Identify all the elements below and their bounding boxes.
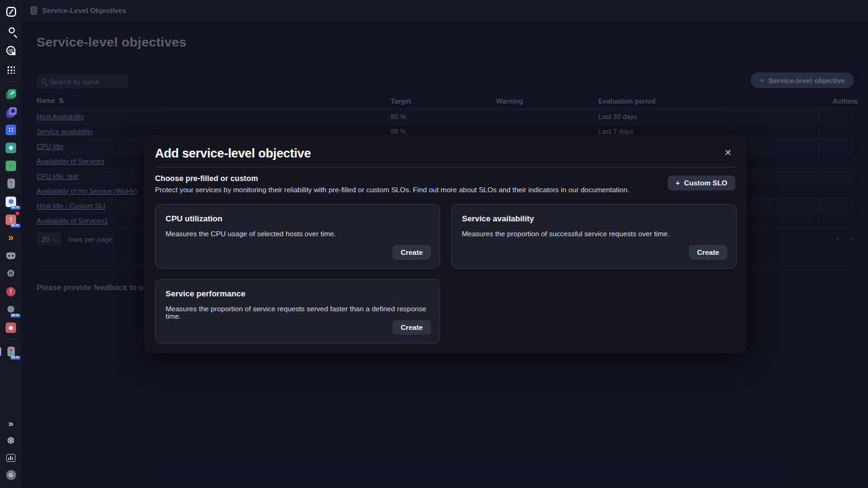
- section-title: Choose pre-filled or custom: [155, 174, 629, 183]
- card-title: Service performance: [166, 289, 430, 298]
- slo-name-link[interactable]: Service availability: [37, 128, 92, 135]
- add-slo-modal: Add service-level objective ✕ Choose pre…: [144, 135, 746, 353]
- create-button[interactable]: Create: [392, 320, 431, 335]
- workflows-icon[interactable]: »: [4, 231, 18, 244]
- divider: [155, 167, 735, 167]
- card-title: Service availability: [462, 214, 726, 223]
- beta-badge: BETA: [11, 224, 20, 228]
- notification-dot: [16, 211, 19, 215]
- page-title: Service-level objectives: [37, 35, 187, 50]
- card-description: Measures the CPU usage of selected hosts…: [166, 230, 430, 237]
- infrastructure-icon[interactable]: ❖: [4, 141, 18, 154]
- row-actions-kebab-icon[interactable]: ⋮: [778, 127, 854, 135]
- card-title: CPU utilization: [166, 214, 430, 223]
- row-actions-kebab-icon[interactable]: ⋮: [778, 112, 854, 120]
- create-button[interactable]: Create: [392, 245, 431, 260]
- session-replay-icon: ☻: [6, 322, 16, 333]
- beta-badge: BETA: [11, 356, 20, 360]
- previous-page-icon[interactable]: ‹: [836, 234, 839, 243]
- apps-grid-icon[interactable]: [4, 63, 18, 76]
- custom-slo-button[interactable]: + Custom SLO: [668, 175, 735, 190]
- target-value: 80 %: [391, 113, 496, 120]
- snowflake-app-icon[interactable]: ✻BETA: [4, 195, 18, 208]
- plus-icon: +: [676, 179, 680, 187]
- search-icon: [9, 27, 15, 33]
- search-input[interactable]: [50, 78, 118, 86]
- davis-assistant-icon[interactable]: [4, 249, 18, 262]
- slo-name-link[interactable]: CPU idle_test: [37, 172, 78, 180]
- kubernetes-icon[interactable]: ●: [4, 159, 18, 172]
- slo-name-link[interactable]: Availability of Services1: [37, 217, 108, 224]
- help-icon: ⊛: [7, 435, 15, 446]
- modal-section-text: Choose pre-filled or custom Protect your…: [155, 174, 629, 193]
- snowflake-app-icon: ✻: [6, 197, 16, 207]
- slo-name-link[interactable]: Availability of my Service (WoHe): [37, 187, 137, 195]
- slo-name-link[interactable]: Availability of Services: [37, 157, 104, 165]
- slo-app-icon: [30, 6, 37, 15]
- user-avatar: G: [6, 470, 16, 480]
- close-icon[interactable]: ✕: [720, 145, 735, 160]
- problems-icon[interactable]: !: [4, 285, 18, 298]
- problems-app-icon: !: [6, 215, 16, 225]
- davis-assistant-icon: [6, 252, 16, 259]
- add-slo-button[interactable]: + Service-level objective: [751, 73, 854, 88]
- beta-badge: BETA: [11, 314, 20, 318]
- rows-per-page-label: rows per page: [68, 236, 113, 243]
- user-avatar[interactable]: G: [4, 468, 18, 482]
- row-actions-kebab-icon[interactable]: ⋮: [778, 142, 854, 150]
- slo-template-card: CPU utilizationMeasures the CPU usage of…: [155, 204, 440, 268]
- apps-icon: ∷: [6, 125, 16, 135]
- account-icon[interactable]: @: [4, 43, 18, 57]
- apps-icon[interactable]: ∷: [4, 123, 18, 136]
- slo-template-card: Service availabilityMeasures the proport…: [451, 204, 737, 268]
- create-button[interactable]: Create: [689, 245, 727, 260]
- services-icon[interactable]: [4, 177, 18, 190]
- help-icon[interactable]: ⊛: [4, 433, 18, 447]
- search-icon[interactable]: [4, 24, 18, 38]
- apps-grid-icon: [7, 66, 15, 74]
- app-window: @ ↗∷❖●✻BETA!BETA»⚙!☸BETA☻ BETA »⊛G Servi…: [0, 0, 868, 488]
- expand-sidebar-icon[interactable]: »: [4, 416, 18, 430]
- row-actions-kebab-icon[interactable]: ⋮: [778, 172, 854, 180]
- rows-per-page-value: 20: [42, 236, 49, 243]
- slo-name-link[interactable]: Host Availability: [37, 113, 84, 120]
- settings-icon: ⚙: [7, 268, 15, 279]
- row-actions-kebab-icon[interactable]: ⋮: [778, 187, 854, 195]
- globe-settings-icon[interactable]: ☸BETA: [4, 303, 18, 316]
- slo-app-icon: [7, 347, 15, 357]
- dashboards-icon[interactable]: ↗: [4, 87, 18, 100]
- slo-app-icon[interactable]: BETA: [4, 345, 18, 358]
- account-icon: @: [6, 46, 16, 55]
- row-actions-kebab-icon[interactable]: ⋮: [778, 216, 854, 224]
- settings-icon[interactable]: ⚙: [4, 267, 18, 280]
- problems-icon: !: [6, 287, 16, 296]
- dynatrace-logo-icon[interactable]: [4, 5, 18, 19]
- app-header-title: Service-Level Objectives: [42, 7, 126, 14]
- column-header-target: Target: [391, 97, 496, 105]
- card-description: Measures the proportion of successful se…: [462, 230, 726, 237]
- rows-per-page-select[interactable]: 20 ⌄: [37, 233, 61, 246]
- custom-slo-button-label: Custom SLO: [684, 179, 727, 187]
- expand-sidebar-icon: »: [8, 418, 13, 428]
- slo-name-link[interactable]: Host Idle - Custom SLI: [37, 202, 105, 210]
- dashboards-icon: ↗: [8, 89, 16, 97]
- kubernetes-icon: ●: [6, 161, 16, 171]
- row-actions-kebab-icon[interactable]: ⋮: [778, 202, 854, 210]
- search-icon: [42, 79, 46, 84]
- divider: [37, 56, 854, 56]
- next-page-icon[interactable]: ›: [851, 234, 853, 243]
- session-replay-icon[interactable]: ☻: [4, 321, 18, 334]
- pagination: ‹ ›: [836, 234, 853, 243]
- table-row: Host Availability80 %Last 30 days⋮: [37, 109, 854, 124]
- infrastructure-icon: ❖: [6, 143, 16, 153]
- slo-name-link[interactable]: CPU idle: [37, 143, 63, 150]
- clouds-icon[interactable]: [4, 105, 18, 118]
- column-header-name[interactable]: Name⇅: [37, 97, 391, 105]
- releases-chart-icon[interactable]: [4, 451, 18, 464]
- row-actions-kebab-icon[interactable]: ⋮: [778, 157, 854, 165]
- problems-app-icon[interactable]: !BETA: [4, 213, 18, 226]
- evaluation-period-value: Last 30 days: [598, 113, 778, 120]
- slo-template-card: Service performanceMeasures the proporti…: [155, 279, 440, 344]
- search-box[interactable]: [37, 74, 128, 89]
- sidebar-divider: [5, 81, 17, 82]
